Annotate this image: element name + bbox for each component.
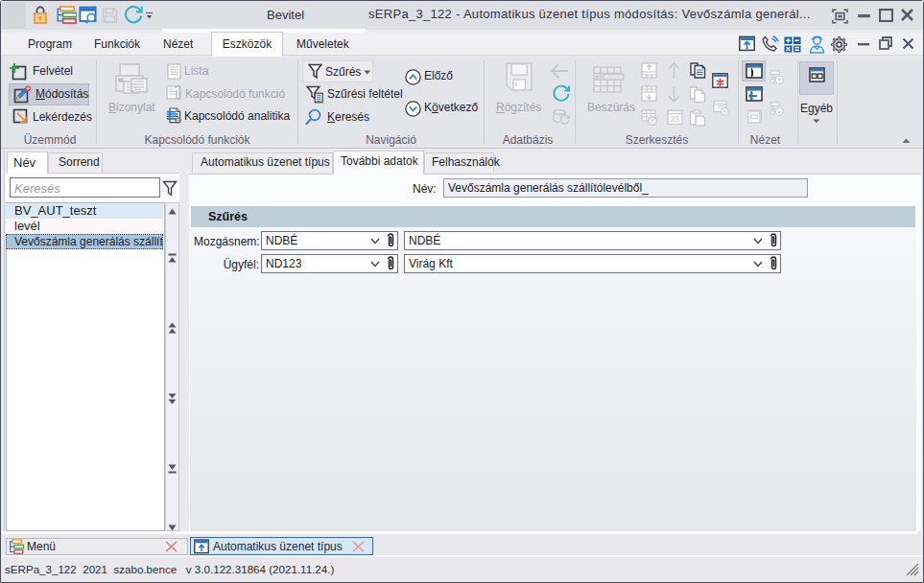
- svg-text:23: 23: [670, 114, 679, 124]
